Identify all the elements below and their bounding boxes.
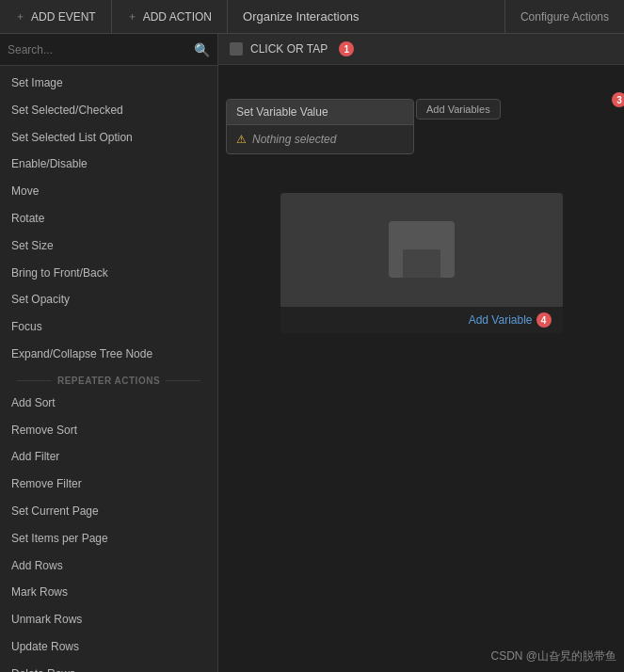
add-variable-link[interactable]: Add Variable [469,313,533,327]
left-panel: 🔍 Set Image Set Selected/Checked Set Sel… [0,34,218,672]
action-bring-to-front-back[interactable]: Bring to Front/Back [0,260,217,287]
add-variables-button[interactable]: Add Variables [416,99,501,120]
action-set-selected-checked[interactable]: Set Selected/Checked [0,97,217,124]
action-set-size[interactable]: Set Size [0,232,217,260]
add-variable-badge: 4 [536,312,552,328]
search-row: 🔍 [0,34,217,66]
svv-nothing-selected: Nothing selected [252,133,336,146]
repeater-section-divider: REPEATER ACTIONS [0,368,217,390]
action-update-rows[interactable]: Update Rows [0,633,217,661]
action-add-sort[interactable]: Add Sort [0,390,217,417]
action-set-current-page[interactable]: Set Current Page [0,498,217,525]
action-focus[interactable]: Focus [0,313,217,341]
action-enable-disable[interactable]: Enable/Disable [0,151,217,178]
action-add-filter[interactable]: Add Filter [0,443,217,471]
add-variables-badge: 3 [612,92,624,107]
organize-interactions-label: Organize Interactions [228,0,504,33]
preview-image-placeholder [280,193,563,306]
main-area: 🔍 Set Image Set Selected/Checked Set Sel… [0,34,624,672]
configure-actions-label: Configure Actions [504,0,624,33]
right-panel: CLICK OR TAP 1 Set Variable Value ⚠ Noth… [218,34,624,672]
add-event-label: ADD EVENT [31,10,96,24]
plus-icon-2: ＋ [127,9,137,24]
svv-panel-header: Set Variable Value [227,100,413,125]
top-bar: ＋ ADD EVENT ＋ ADD ACTION Organize Intera… [0,0,624,34]
action-set-opacity[interactable]: Set Opacity [0,286,217,313]
svv-warning-icon: ⚠ [236,133,247,146]
action-move[interactable]: Move [0,178,217,205]
click-tap-bar[interactable]: CLICK OR TAP 1 [218,34,624,65]
action-set-items-per-page[interactable]: Set Items per Page [0,525,217,552]
watermark: CSDN @山旮旯的脱带鱼 [490,648,616,664]
actions-list: Set Image Set Selected/Checked Set Selec… [0,66,217,672]
action-expand-collapse-tree-node[interactable]: Expand/Collapse Tree Node [0,341,217,368]
svv-panel-body: ⚠ Nothing selected [227,125,413,153]
add-event-button[interactable]: ＋ ADD EVENT [0,0,112,33]
search-icon: 🔍 [194,42,210,57]
action-set-image[interactable]: Set Image [0,70,217,97]
search-input[interactable] [8,43,194,56]
click-tap-badge: 1 [339,41,354,56]
add-action-button[interactable]: ＋ ADD ACTION [112,0,228,33]
action-mark-rows[interactable]: Mark Rows [0,579,217,606]
action-remove-sort[interactable]: Remove Sort [0,417,217,444]
click-tap-label: CLICK OR TAP [250,42,328,56]
action-add-rows[interactable]: Add Rows [0,552,217,580]
preview-image-shape [389,221,455,278]
click-tap-icon [230,42,243,56]
set-variable-value-panel: Set Variable Value ⚠ Nothing selected [226,99,414,154]
action-unmark-rows[interactable]: Unmark Rows [0,606,217,633]
action-remove-filter[interactable]: Remove Filter [0,471,217,498]
add-variable-row: Add Variable 4 [280,306,563,333]
action-set-selected-list-option[interactable]: Set Selected List Option [0,124,217,152]
action-delete-rows[interactable]: Delete Rows [0,661,217,672]
action-rotate[interactable]: Rotate [0,205,217,232]
plus-icon: ＋ [15,9,25,24]
add-action-label: ADD ACTION [143,10,212,24]
preview-card: Add Variable 4 [280,193,563,333]
preview-area: Add Variable 4 [218,178,624,672]
